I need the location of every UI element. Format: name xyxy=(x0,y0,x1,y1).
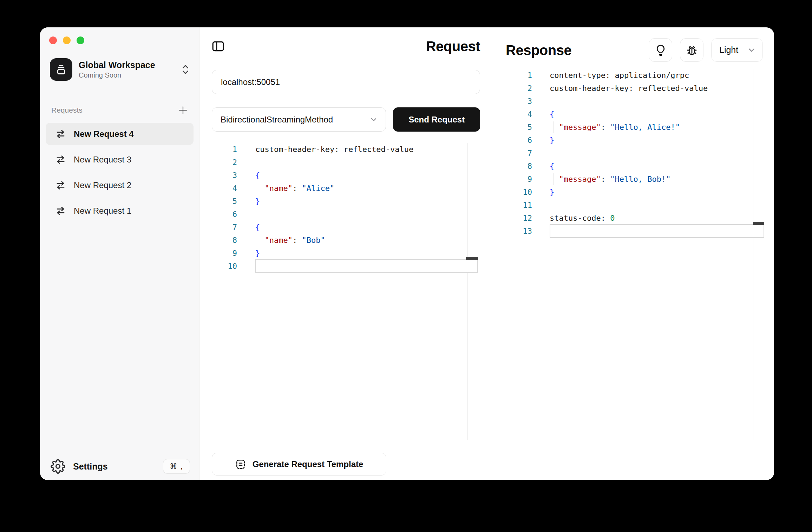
line-number: 9 xyxy=(212,247,237,260)
line-number: 13 xyxy=(506,225,532,238)
line-number: 7 xyxy=(506,147,532,160)
workspace-title: Global Workspace xyxy=(79,60,155,70)
line-number: 5 xyxy=(212,195,237,208)
code-line[interactable]: 4{ xyxy=(506,108,763,121)
settings-label: Settings xyxy=(73,461,108,472)
workspace-icon xyxy=(50,58,72,81)
close-window-button[interactable] xyxy=(49,36,57,44)
code-line[interactable]: 2custom-header-key: reflected-value xyxy=(506,82,763,95)
line-number: 1 xyxy=(212,143,237,156)
theme-selector[interactable]: Light xyxy=(711,38,763,62)
bidirectional-arrows-icon xyxy=(55,206,66,216)
request-list-item[interactable]: New Request 4 xyxy=(46,123,194,145)
code-line[interactable]: 9} xyxy=(212,247,480,260)
code-line[interactable]: 6} xyxy=(506,134,763,147)
template-icon xyxy=(235,459,246,470)
line-number: 11 xyxy=(506,199,532,212)
line-number: 6 xyxy=(506,134,532,147)
bidirectional-arrows-icon xyxy=(55,129,66,139)
code-line[interactable]: 1content-type: application/grpc xyxy=(506,69,763,82)
line-number: 5 xyxy=(506,121,532,134)
method-selector[interactable]: BidirectionalStreamingMethod xyxy=(212,107,386,132)
method-selector-value: BidirectionalStreamingMethod xyxy=(221,115,333,125)
request-item-label: New Request 4 xyxy=(74,129,134,139)
code-line[interactable]: 1custom-header-key: reflected-value xyxy=(212,143,480,156)
chevron-up-down-icon xyxy=(181,64,190,75)
line-number: 4 xyxy=(212,182,237,195)
code-line[interactable]: 8{ xyxy=(506,160,763,173)
add-request-button[interactable] xyxy=(178,105,188,115)
code-line[interactable]: 7 xyxy=(506,147,763,160)
app-window: Global Workspace Coming Soon Requests Ne… xyxy=(40,27,774,480)
code-line[interactable]: 8 "name": "Bob" xyxy=(212,234,480,247)
line-number: 4 xyxy=(506,108,532,121)
line-number: 8 xyxy=(506,160,532,173)
line-number: 10 xyxy=(212,260,237,273)
code-line[interactable]: 6 xyxy=(212,208,480,221)
code-line[interactable]: 3 xyxy=(506,95,763,108)
request-editor[interactable]: 1custom-header-key: reflected-value23{4 … xyxy=(212,143,480,440)
line-number: 3 xyxy=(506,95,532,108)
server-address-input[interactable] xyxy=(212,70,480,94)
bidirectional-arrows-icon xyxy=(55,155,66,165)
code-line[interactable]: 9 "message": "Hello, Bob!" xyxy=(506,173,763,186)
line-number: 2 xyxy=(506,82,532,95)
chevron-down-icon xyxy=(747,46,756,55)
request-item-label: New Request 2 xyxy=(74,180,131,190)
zoom-window-button[interactable] xyxy=(77,36,84,44)
debug-button[interactable] xyxy=(680,38,703,62)
request-list: New Request 4New Request 3New Request 2N… xyxy=(46,123,194,225)
indent-guide xyxy=(259,182,259,194)
code-line[interactable]: 11 xyxy=(506,199,763,212)
code-line[interactable]: 7{ xyxy=(212,221,480,234)
workspace-subtitle: Coming Soon xyxy=(79,71,155,79)
hints-button[interactable] xyxy=(649,38,672,62)
request-list-item[interactable]: New Request 2 xyxy=(46,174,194,196)
request-item-label: New Request 3 xyxy=(74,155,131,165)
line-number: 12 xyxy=(506,212,532,225)
minimize-window-button[interactable] xyxy=(63,36,71,44)
code-line[interactable]: 5} xyxy=(212,195,480,208)
gear-icon xyxy=(51,459,65,474)
bidirectional-arrows-icon xyxy=(55,180,66,190)
code-line[interactable]: 13 xyxy=(506,225,763,238)
request-list-item[interactable]: New Request 1 xyxy=(46,200,194,222)
settings-button[interactable]: Settings ⌘ , xyxy=(40,459,199,480)
send-request-button[interactable]: Send Request xyxy=(393,107,480,132)
code-line[interactable]: 3{ xyxy=(212,169,480,182)
indent-guide xyxy=(553,121,554,133)
window-controls xyxy=(40,27,199,44)
request-pane-title: Request xyxy=(426,36,480,56)
line-number: 8 xyxy=(212,234,237,247)
theme-selector-value: Light xyxy=(719,45,738,55)
bug-icon xyxy=(686,44,698,56)
code-line[interactable]: 2 xyxy=(212,156,480,169)
line-number: 2 xyxy=(212,156,237,169)
sidebar-toggle-icon xyxy=(212,41,224,52)
request-list-item[interactable]: New Request 3 xyxy=(46,148,194,171)
indent-guide xyxy=(259,234,259,246)
line-number: 1 xyxy=(506,69,532,82)
code-line[interactable]: 4 "name": "Alice" xyxy=(212,182,480,195)
line-number: 10 xyxy=(506,186,532,199)
indent-guide xyxy=(553,173,554,185)
response-editor[interactable]: 1content-type: application/grpc2custom-h… xyxy=(506,69,763,440)
chevron-down-icon xyxy=(369,115,378,124)
generate-request-template-button[interactable]: Generate Request Template xyxy=(212,453,386,476)
code-line[interactable]: 5 "message": "Hello, Alice!" xyxy=(506,121,763,134)
generate-request-template-label: Generate Request Template xyxy=(253,459,364,469)
sidebar: Global Workspace Coming Soon Requests Ne… xyxy=(40,27,199,480)
code-line[interactable]: 10} xyxy=(506,186,763,199)
sidebar-toggle-button[interactable] xyxy=(212,41,224,52)
line-number: 6 xyxy=(212,208,237,221)
line-number: 9 xyxy=(506,173,532,186)
workspace-switcher[interactable]: Global Workspace Coming Soon xyxy=(50,58,190,81)
code-line[interactable]: 10 xyxy=(212,260,480,273)
settings-shortcut-badge: ⌘ , xyxy=(163,459,190,474)
request-pane: Request BidirectionalStreamingMethod Sen… xyxy=(199,27,488,480)
code-line[interactable]: 12status-code: 0 xyxy=(506,212,763,225)
response-pane: Response xyxy=(488,27,774,480)
lightbulb-icon xyxy=(655,44,667,56)
line-number: 7 xyxy=(212,221,237,234)
request-item-label: New Request 1 xyxy=(74,206,131,216)
